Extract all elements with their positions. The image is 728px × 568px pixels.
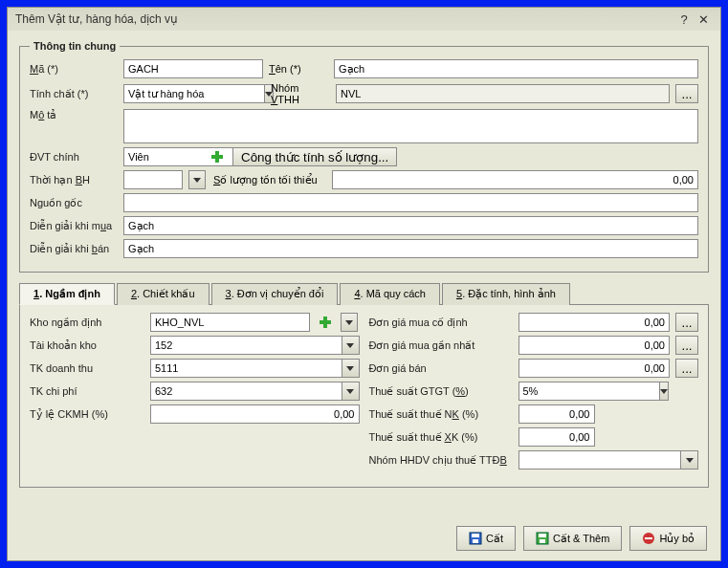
tsxk-input[interactable] <box>518 427 595 447</box>
dropdown-icon[interactable] <box>342 336 360 355</box>
dongiaban-input[interactable] <box>518 359 671 378</box>
tinhchat-combo[interactable] <box>123 84 265 103</box>
dongiaban-label: Đơn giá bán <box>369 362 513 375</box>
tkdt-combo[interactable] <box>150 359 360 378</box>
tab-strip: 1. Ngầm định 2. Chiết khấu 3. Đơn vị chu… <box>19 282 709 305</box>
congthuc-button[interactable]: Công thức tính số lượng... <box>232 147 397 166</box>
title-bar: Thêm Vật tư, hàng hóa, dịch vụ ? ✕ <box>8 8 720 31</box>
tinhchat-input[interactable] <box>123 84 265 103</box>
ten-input[interactable] <box>334 59 698 78</box>
ma-input[interactable] <box>123 59 263 78</box>
tsgtgt-combo[interactable] <box>518 382 595 401</box>
dropdown-icon[interactable] <box>342 359 360 378</box>
save-add-label: Cất & Thêm <box>553 533 609 545</box>
save-icon <box>469 532 482 545</box>
tyleckmh-input[interactable] <box>150 404 360 424</box>
nhomttdb-label: Nhóm HHDV chịu thuế TTĐB <box>369 454 513 467</box>
svg-rect-6 <box>473 539 478 543</box>
kho-input[interactable] <box>150 313 310 332</box>
dongiaban-browse[interactable]: ... <box>675 359 698 378</box>
svg-rect-1 <box>211 155 223 159</box>
nhom-label: Nhóm VTHH <box>271 82 330 105</box>
tab-dactinh[interactable]: 5. Đặc tính, hình ảnh <box>442 283 570 305</box>
plus-icon[interactable] <box>208 147 227 166</box>
footer-actions: Cất Cất & Thêm Hủy bỏ <box>8 516 720 560</box>
ten-label: Tên (*) <box>269 63 328 75</box>
sltoithieu-input[interactable] <box>332 170 698 189</box>
dialog-window: Thêm Vật tư, hàng hóa, dịch vụ ? ✕ Thông… <box>7 7 721 561</box>
dongiamuacd-input[interactable] <box>518 313 671 332</box>
kho-label: Kho ngầm định <box>30 317 144 329</box>
dvt-label: ĐVT chính <box>30 151 118 163</box>
nhom-browse-button[interactable]: ... <box>675 84 698 103</box>
svg-rect-11 <box>645 537 652 539</box>
help-button[interactable]: ? <box>674 12 694 27</box>
thoihanbh-unit-combo[interactable] <box>188 170 208 189</box>
tsnk-input[interactable] <box>518 404 595 424</box>
diengiai-mua-label: Diễn giải khi mua <box>30 220 118 232</box>
ma-label: Mã (*) <box>30 63 118 75</box>
tab-ngamdinh[interactable]: 1. Ngầm định <box>19 283 115 305</box>
tab-chietkhau[interactable]: 2. Chiết khấu <box>117 283 210 305</box>
svg-rect-3 <box>320 320 331 324</box>
dropdown-icon[interactable] <box>342 382 360 401</box>
save-add-icon <box>536 532 549 545</box>
content-area: Thông tin chung Mã (*) Tên (*) Tính chất… <box>8 31 720 516</box>
tsxk-label: Thuế suất thuế XK (%) <box>369 431 513 444</box>
tab-panel-ngamdinh: Kho ngầm định Tài khoản kho <box>19 305 709 488</box>
mota-input[interactable] <box>123 109 698 143</box>
dropdown-icon[interactable] <box>188 170 206 189</box>
nhomttdb-input[interactable] <box>518 450 682 470</box>
tkcp-label: TK chi phí <box>30 385 144 397</box>
cancel-button[interactable]: Hủy bỏ <box>629 526 707 551</box>
nguongoc-label: Nguồn gốc <box>30 197 118 209</box>
tkkho-combo[interactable] <box>150 336 360 355</box>
sltoithieu-label: Số lượng tồn tối thiểu <box>213 174 326 186</box>
diengiai-ban-label: Diễn giải khi bán <box>30 243 118 255</box>
dvt-combo[interactable] <box>123 147 202 166</box>
general-legend: Thông tin chung <box>30 40 120 52</box>
window-title: Thêm Vật tư, hàng hóa, dịch vụ <box>15 12 674 26</box>
cancel-label: Hủy bỏ <box>659 533 695 545</box>
tab-maquycach[interactable]: 4. Mã quy cách <box>340 283 440 305</box>
kho-dd[interactable] <box>341 313 360 332</box>
tsgtgt-label: Thuế suất GTGT (%) <box>369 385 513 398</box>
tkdt-label: TK doanh thu <box>30 362 144 374</box>
dongiamuacd-browse[interactable]: ... <box>675 313 698 332</box>
svg-rect-5 <box>472 534 479 537</box>
dongiamuacd-label: Đơn giá mua cố định <box>369 317 513 329</box>
tab-dvchuyendoi[interactable]: 3. Đơn vị chuyển đổi <box>211 283 339 305</box>
nhom-input[interactable] <box>336 84 670 103</box>
nhomttdb-combo[interactable] <box>518 450 699 470</box>
diengiai-mua-input[interactable] <box>123 216 698 235</box>
tinhchat-label: Tính chất (*) <box>30 88 118 100</box>
tsnk-label: Thuế suất thuế NK (%) <box>369 408 513 421</box>
save-button[interactable]: Cất <box>456 526 516 551</box>
svg-rect-8 <box>539 534 546 537</box>
save-add-button[interactable]: Cất & Thêm <box>523 526 622 551</box>
cancel-icon <box>642 532 655 545</box>
nguongoc-input[interactable] <box>123 193 698 212</box>
tkkho-input[interactable] <box>150 336 342 355</box>
tkcp-input[interactable] <box>150 382 342 401</box>
thoihanbh-label: Thời hạn BH <box>30 174 118 186</box>
close-button[interactable]: ✕ <box>694 12 713 27</box>
tyleckmh-label: Tỷ lệ CKMH (%) <box>30 408 144 421</box>
kho-combo[interactable] <box>150 313 310 332</box>
plus-icon[interactable] <box>316 313 335 332</box>
save-label: Cất <box>486 533 503 545</box>
tkkho-label: Tài khoản kho <box>30 339 144 352</box>
dongiamuagn-label: Đơn giá mua gần nhất <box>369 339 513 352</box>
dongiamuagn-browse[interactable]: ... <box>675 336 698 355</box>
tsgtgt-input[interactable] <box>518 382 660 401</box>
dropdown-icon[interactable] <box>681 450 698 470</box>
mota-label: Mô tả <box>30 109 118 121</box>
thoihanbh-input[interactable] <box>123 170 183 189</box>
tkcp-combo[interactable] <box>150 382 360 401</box>
dropdown-icon[interactable] <box>341 313 358 332</box>
diengiai-ban-input[interactable] <box>123 239 698 258</box>
dropdown-icon[interactable] <box>660 382 669 401</box>
general-fieldset: Thông tin chung Mã (*) Tên (*) Tính chất… <box>19 40 709 273</box>
dongiamuagn-input[interactable] <box>518 336 671 355</box>
tkdt-input[interactable] <box>150 359 342 378</box>
